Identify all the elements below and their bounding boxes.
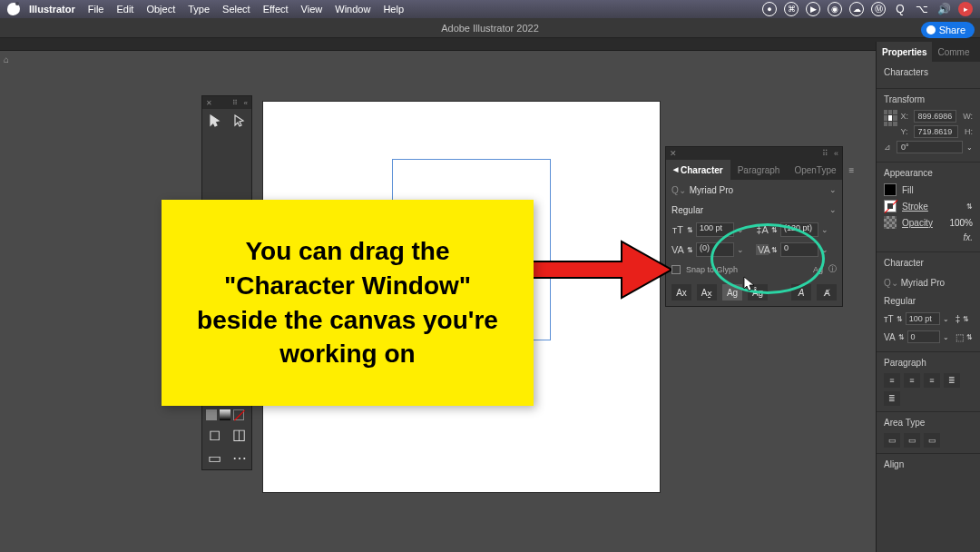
menu-file[interactable]: File <box>88 4 104 15</box>
stepper-icon[interactable]: ⇅ <box>966 202 973 211</box>
font-size-field[interactable]: 100 pt <box>696 222 734 237</box>
close-icon[interactable]: ✕ <box>670 149 677 158</box>
tab-opentype[interactable]: OpenType <box>787 160 843 180</box>
snap-icon[interactable]: Ag <box>813 265 823 274</box>
menu-type[interactable]: Type <box>188 4 210 15</box>
menu-window[interactable]: Window <box>335 4 370 15</box>
menu-object[interactable]: Object <box>146 4 175 15</box>
callout-text: You can drag the "Character Window" besi… <box>183 234 512 371</box>
font-style-field[interactable]: Regular <box>884 296 973 306</box>
stepper-icon[interactable]: ⇅ <box>687 246 693 254</box>
volume-icon[interactable]: 🔊 <box>936 2 951 16</box>
none-mode-icon[interactable] <box>233 409 244 420</box>
align-right-button[interactable]: ≡ <box>924 373 940 388</box>
areatype-button[interactable]: ▭ <box>924 433 940 448</box>
color-mode-icon[interactable] <box>206 409 217 420</box>
fx-button[interactable]: fx. <box>963 232 973 242</box>
menu-effect[interactable]: Effect <box>263 4 289 15</box>
search-icon[interactable]: Q <box>893 2 907 16</box>
fill-swatch[interactable] <box>884 183 897 196</box>
leading-field[interactable]: (120 pt) <box>780 222 818 237</box>
areatype-button[interactable]: ▭ <box>884 433 900 448</box>
tracking-field[interactable]: 0 <box>907 330 940 343</box>
home-icon[interactable]: ⌂ <box>4 54 9 64</box>
chevron-down-icon[interactable]: ⌄ <box>821 245 828 254</box>
snap-checkbox[interactable] <box>671 265 681 274</box>
stepper-icon[interactable]: ⇅ <box>898 333 905 341</box>
stepper-icon[interactable]: ⇅ <box>687 226 693 234</box>
opacity-swatch[interactable] <box>884 216 897 229</box>
tray-icon[interactable]: Ⓜ <box>871 2 886 16</box>
screen-mode-icon[interactable]: ▭ <box>202 446 227 469</box>
stroke-swatch[interactable] <box>884 200 897 212</box>
direct-selection-tool[interactable] <box>227 109 251 133</box>
opacity-value[interactable]: 100% <box>949 218 973 228</box>
tracking-field[interactable]: 0 <box>780 242 818 257</box>
font-size-field[interactable]: 100 pt <box>906 312 940 325</box>
glyph-button[interactable]: Ax <box>671 284 691 301</box>
info-icon[interactable]: ⓘ <box>828 263 837 275</box>
apple-menu-icon[interactable] <box>7 3 20 15</box>
chevron-down-icon[interactable]: ⌄ <box>737 225 744 234</box>
stepper-icon[interactable]: ⇅ <box>897 315 903 323</box>
app-name[interactable]: Illustrator <box>29 4 75 15</box>
menu-edit[interactable]: Edit <box>116 4 133 15</box>
draw-mode-icon[interactable]: ◻ <box>202 422 227 446</box>
panel-menu-icon[interactable]: ≡ <box>844 165 860 175</box>
tab-comments[interactable]: Comme <box>932 42 975 62</box>
draw-mode-icon[interactable]: ◫ <box>227 422 251 446</box>
stepper-icon[interactable]: ⇅ <box>963 315 969 323</box>
justify-button[interactable]: ≣ <box>884 391 900 406</box>
tab-character[interactable]: Character <box>666 160 730 180</box>
control-center-icon[interactable]: ⌥ <box>915 2 929 16</box>
reference-point-icon[interactable] <box>884 110 897 126</box>
glyph-button[interactable]: A <box>791 284 811 301</box>
chevron-down-icon[interactable]: ⌄ <box>829 185 837 194</box>
chevron-down-icon[interactable]: ⌄ <box>829 205 837 214</box>
character-panel[interactable]: ✕⠿« Character Paragraph OpenType ≡ Q⌄ My… <box>665 146 843 307</box>
properties-panel[interactable]: Properties Comme La Characters Transform… <box>876 42 980 552</box>
areatype-button[interactable]: ▭ <box>904 433 920 448</box>
stepper-icon[interactable]: ⇅ <box>966 333 973 341</box>
x-field[interactable]: 899.6986 <box>914 110 957 123</box>
font-family-dropdown[interactable]: Myriad Pro <box>690 185 826 195</box>
glyph-button[interactable]: Âg <box>748 284 768 301</box>
section-label: Paragraph <box>884 358 973 368</box>
tray-icon[interactable]: ☁ <box>849 2 864 16</box>
glyph-button[interactable]: Ag <box>722 284 742 301</box>
search-icon[interactable]: Q⌄ <box>671 185 686 195</box>
tray-icon[interactable]: ▶ <box>806 2 820 16</box>
selection-tool[interactable] <box>202 109 227 133</box>
justify-button[interactable]: ≣ <box>944 373 960 388</box>
glyph-button[interactable]: Ax̱ <box>697 284 717 301</box>
menu-view[interactable]: View <box>301 4 323 15</box>
stepper-icon[interactable]: ⇅ <box>771 226 778 234</box>
menu-select[interactable]: Select <box>222 4 250 15</box>
glyph-button[interactable]: A̸ <box>817 284 837 301</box>
tray-icon[interactable]: ▸ <box>958 2 973 16</box>
font-family-dropdown[interactable]: Myriad Pro <box>901 278 973 288</box>
kerning-field[interactable]: (0) <box>696 242 734 257</box>
close-icon[interactable]: ✕ <box>206 99 213 106</box>
y-field[interactable]: 719.8619 <box>914 125 958 138</box>
share-button[interactable]: Share <box>921 22 975 38</box>
search-icon[interactable]: Q⌄ <box>884 278 898 288</box>
collapse-icon[interactable]: « <box>244 99 248 107</box>
edit-toolbar-icon[interactable]: ⋯ <box>227 446 251 469</box>
tray-icon[interactable]: ◉ <box>828 2 842 16</box>
align-center-button[interactable]: ≡ <box>904 373 920 388</box>
stepper-icon[interactable]: ⇅ <box>771 246 778 254</box>
tab-paragraph[interactable]: Paragraph <box>730 160 788 180</box>
tab-layers[interactable]: La <box>975 42 980 62</box>
align-left-button[interactable]: ≡ <box>884 373 900 388</box>
collapse-icon[interactable]: « <box>834 149 838 158</box>
chevron-down-icon[interactable]: ⌄ <box>821 225 828 234</box>
font-style-dropdown[interactable]: Regular <box>671 205 826 215</box>
gradient-mode-icon[interactable] <box>220 409 230 420</box>
tab-properties[interactable]: Properties <box>877 42 932 62</box>
chevron-down-icon[interactable]: ⌄ <box>737 245 744 254</box>
rotate-field[interactable]: 0° <box>897 141 963 153</box>
tray-icon[interactable]: ● <box>762 2 777 16</box>
tray-icon[interactable]: ⌘ <box>784 2 799 16</box>
menu-help[interactable]: Help <box>383 4 404 15</box>
